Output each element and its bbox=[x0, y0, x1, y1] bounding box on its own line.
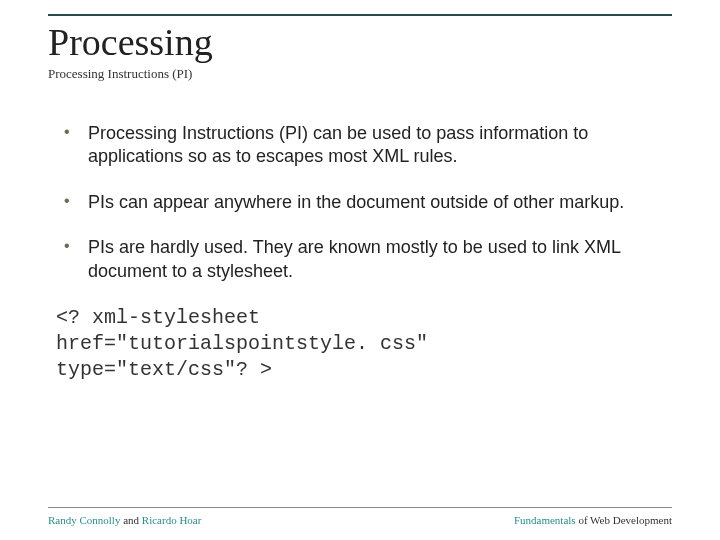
footer-left: Randy Connolly and Ricardo Hoar bbox=[48, 514, 201, 526]
book-title-part: Fundamentals bbox=[514, 514, 578, 526]
footer-right: Fundamentals of Web Development bbox=[514, 514, 672, 526]
page-subtitle: Processing Instructions (PI) bbox=[48, 66, 672, 82]
author-name: Ricardo Hoar bbox=[142, 514, 202, 526]
page-title: Processing bbox=[48, 14, 672, 64]
bullet-list: Processing Instructions (PI) can be used… bbox=[48, 122, 672, 283]
footer-conj: and bbox=[120, 514, 141, 526]
footer: Randy Connolly and Ricardo Hoar Fundamen… bbox=[48, 507, 672, 526]
book-title-part: of Web Development bbox=[578, 514, 672, 526]
list-item: PIs can appear anywhere in the document … bbox=[58, 191, 662, 214]
author-name: Randy Connolly bbox=[48, 514, 120, 526]
list-item: Processing Instructions (PI) can be used… bbox=[58, 122, 662, 169]
code-block: <? xml-stylesheet href="tutorialspointst… bbox=[56, 305, 672, 383]
slide: Processing Processing Instructions (PI) … bbox=[0, 0, 720, 540]
list-item: PIs are hardly used. They are known most… bbox=[58, 236, 662, 283]
